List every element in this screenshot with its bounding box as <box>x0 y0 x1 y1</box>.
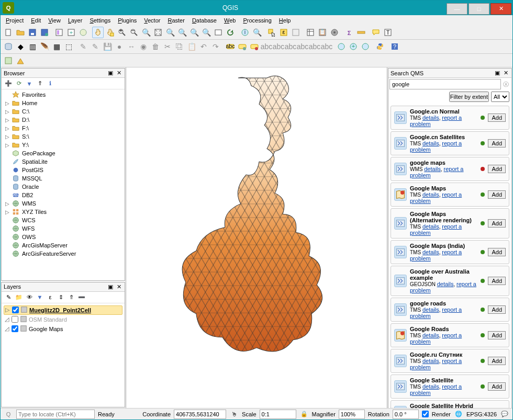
save-as-icon[interactable] <box>39 27 50 38</box>
style-icon[interactable]: ✎ <box>4 292 13 302</box>
layers-tree[interactable]: ▷Mueglitz2D_Point2Cell◿OSM Standard◿Goog… <box>2 303 125 407</box>
delete-selected-icon[interactable]: 🗑 <box>150 41 161 52</box>
details-link[interactable]: details <box>422 307 439 313</box>
dock-icon[interactable]: ▣ <box>107 70 114 77</box>
browser-item-ows[interactable]: OWS <box>5 233 124 241</box>
details-link[interactable]: details <box>422 115 439 121</box>
python-console-icon[interactable] <box>374 41 386 52</box>
zoom-selection-icon[interactable]: 🔍 <box>164 27 176 38</box>
details-link[interactable]: details <box>422 191 439 198</box>
browser-item-home[interactable]: ▷Home <box>5 99 124 107</box>
undo-icon[interactable]: ↶ <box>198 41 209 52</box>
select-features-icon[interactable] <box>266 27 277 38</box>
close-panel-icon[interactable]: ✕ <box>115 283 122 290</box>
map-canvas[interactable] <box>126 67 387 408</box>
menu-vector[interactable]: Vector <box>141 16 163 25</box>
collapse-all-icon[interactable]: ⇑ <box>35 79 44 88</box>
properties-icon[interactable]: ℹ <box>46 79 55 88</box>
browser-item-xyz tiles[interactable]: ▷XYZ Tiles <box>5 208 124 216</box>
close-panel-icon[interactable]: ✕ <box>502 70 509 77</box>
details-link[interactable]: details <box>422 249 439 255</box>
change-label-icon[interactable]: abc <box>321 41 332 52</box>
browser-item-wcs[interactable]: WCS <box>5 216 124 224</box>
details-link[interactable]: details <box>422 332 439 338</box>
save-project-icon[interactable] <box>27 27 38 38</box>
layer-osm-standard[interactable]: ◿OSM Standard <box>4 315 122 324</box>
new-virtual-layer-icon[interactable]: ⬚ <box>63 41 74 52</box>
browser-item-geopackage[interactable]: GeoPackage <box>5 149 124 157</box>
layer-visibility-checkbox[interactable] <box>12 325 18 332</box>
menu-plugins[interactable]: Plugins <box>115 16 140 25</box>
browser-item-spatialite[interactable]: SpatiaLite <box>5 157 124 166</box>
refresh-icon[interactable] <box>225 27 236 38</box>
filter-browser-icon[interactable]: ▼ <box>25 79 34 88</box>
dock-icon[interactable]: ▣ <box>494 70 501 77</box>
rotate-label-icon[interactable]: abc <box>309 41 320 52</box>
locator-input[interactable] <box>16 410 95 419</box>
identify-icon[interactable]: i <box>239 27 251 38</box>
zoom-native-icon[interactable]: 🔍 <box>140 27 152 38</box>
browser-item-oracle[interactable]: Oracle <box>5 183 124 191</box>
osm-download-icon[interactable]: + <box>348 41 359 52</box>
browser-item-arcgisfeatureserver[interactable]: ArcGisFeatureServer <box>5 249 124 258</box>
filter-by-extent-button[interactable]: Filter by extent <box>449 92 489 102</box>
zoom-last-icon[interactable]: 🔍 <box>188 27 200 38</box>
zoom-layer-icon[interactable]: 🔍 <box>176 27 188 38</box>
close-button[interactable]: ✕ <box>490 3 511 15</box>
statistics-icon[interactable]: Σ <box>343 27 355 38</box>
add-service-button[interactable]: Add <box>488 248 506 256</box>
menu-processing[interactable]: Processing <box>240 16 274 25</box>
menu-edit[interactable]: Edit <box>28 16 44 25</box>
add-feature-icon[interactable]: ● <box>114 41 125 52</box>
menu-database[interactable]: Database <box>189 16 220 25</box>
new-layout-icon[interactable]: + <box>65 27 77 38</box>
pin-label-icon[interactable]: abc <box>273 41 284 52</box>
scale-input[interactable] <box>260 410 296 419</box>
dock-icon[interactable]: ▣ <box>107 283 114 290</box>
current-edits-icon[interactable]: ✎ <box>77 41 89 52</box>
new-project-icon[interactable] <box>3 27 14 38</box>
label-layer-icon[interactable]: abc <box>225 41 236 52</box>
toolbox-icon[interactable] <box>329 27 340 38</box>
add-service-button[interactable]: Add <box>488 357 506 365</box>
node-tool-icon[interactable]: ◉ <box>138 41 149 52</box>
new-memory-layer-icon[interactable]: ▦ <box>51 41 62 52</box>
toggle-editing-icon[interactable]: ✎ <box>90 41 101 52</box>
data-source-manager-icon[interactable] <box>3 41 14 52</box>
copy-features-icon[interactable]: ⿻ <box>174 41 185 52</box>
label-settings-icon[interactable] <box>237 41 248 52</box>
style-manager-icon[interactable] <box>77 27 89 38</box>
details-link[interactable]: details <box>424 166 441 172</box>
add-service-button[interactable]: Add <box>488 190 506 199</box>
show-label-icon[interactable]: abc <box>285 41 296 52</box>
zoom-next-icon[interactable]: 🔍 <box>200 27 212 38</box>
render-checkbox[interactable] <box>422 411 429 417</box>
zoom-in-icon[interactable]: + <box>116 27 128 38</box>
help-icon[interactable]: ? <box>389 41 400 52</box>
move-feature-icon[interactable]: ↔ <box>126 41 137 52</box>
browser-item-db2[interactable]: DB2DB2 <box>5 191 124 199</box>
highlight-label-icon[interactable]: abc <box>261 41 272 52</box>
expression-filter-icon[interactable]: ε <box>46 292 55 302</box>
expand-all-icon[interactable]: ⇕ <box>56 292 65 302</box>
collapse-all-icon[interactable]: ⇑ <box>66 292 76 302</box>
browser-item-mssql[interactable]: MSSQL <box>5 174 124 183</box>
new-spatialite-icon[interactable]: 🪶 <box>39 41 50 52</box>
browser-item-c[interactable]: ▷C:\ <box>5 107 124 116</box>
new-map-view-icon[interactable] <box>213 27 224 38</box>
move-label-icon[interactable]: abc <box>297 41 308 52</box>
browser-item-f[interactable]: ▷F:\ <box>5 124 124 132</box>
filter-type-select[interactable]: All <box>491 92 509 102</box>
add-service-button[interactable]: Add <box>488 331 506 339</box>
plugin-icon-2[interactable] <box>15 55 26 66</box>
menu-web[interactable]: Web <box>221 16 239 25</box>
select-by-value-icon[interactable]: ε <box>278 27 289 38</box>
action-icon[interactable]: 🔍 <box>251 27 263 38</box>
browser-item-wfs[interactable]: WFS <box>5 224 124 233</box>
pan-icon[interactable] <box>92 27 104 38</box>
add-service-button[interactable]: Add <box>488 305 506 314</box>
text-annotation-icon[interactable]: T <box>382 27 394 38</box>
add-layer-icon[interactable]: ➕ <box>4 79 13 88</box>
details-link[interactable]: details <box>422 223 439 230</box>
pan-to-selection-icon[interactable] <box>104 27 116 38</box>
